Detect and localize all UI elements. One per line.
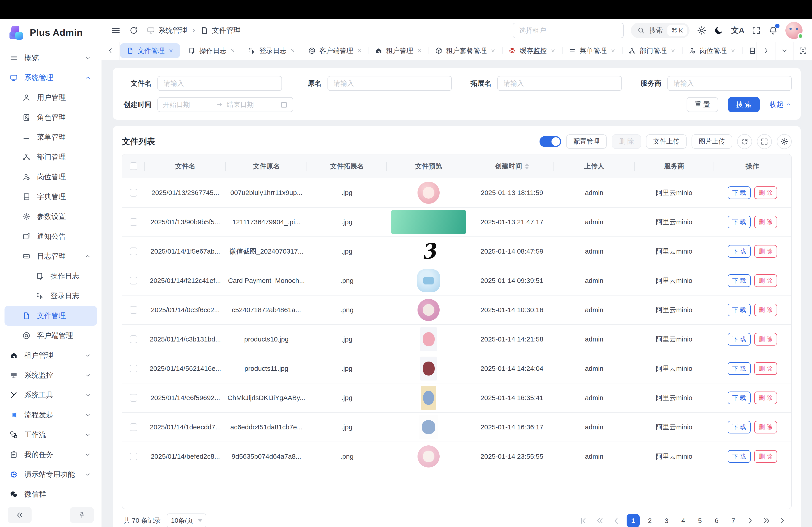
sidebar-item-7[interactable]: 字典管理 <box>4 187 97 207</box>
reset-button[interactable]: 重 置 <box>686 97 718 112</box>
sidebar-item-13[interactable]: 文件管理 <box>4 306 97 326</box>
row-checkbox[interactable] <box>130 306 137 314</box>
dark-mode-moon-icon[interactable] <box>714 26 724 35</box>
tenant-select-input[interactable] <box>513 23 624 38</box>
refresh-icon[interactable] <box>129 26 139 35</box>
column-header-preview[interactable]: 文件预览 <box>387 154 470 178</box>
pagination-last-button[interactable] <box>777 515 790 526</box>
sidebar-item-1[interactable]: 系统管理 <box>4 68 97 88</box>
delete-button[interactable]: 删 除 <box>754 362 777 375</box>
sidebar-collapse-button[interactable] <box>8 507 32 523</box>
file-preview-calligraphy-number-3[interactable]: 3 <box>416 239 441 263</box>
row-checkbox[interactable] <box>130 247 137 255</box>
tab-close-icon[interactable] <box>357 48 362 54</box>
delete-button[interactable]: 删 除 <box>754 186 777 199</box>
pagination-next5-button[interactable] <box>760 515 773 526</box>
download-button[interactable]: 下 载 <box>728 245 751 258</box>
tab-5[interactable]: 租户套餐管理 <box>429 42 502 60</box>
file-preview-card-payment-illustration[interactable] <box>417 269 440 292</box>
file-preview-green-illustration-banner[interactable] <box>391 210 466 234</box>
sidebar-item-22[interactable]: 微信群 <box>4 484 97 503</box>
sidebar-item-12[interactable]: 登录日志 <box>4 286 97 306</box>
tab-close-icon[interactable] <box>290 48 295 54</box>
pagination-page-6[interactable]: 6 <box>710 514 723 527</box>
tab-close-icon[interactable] <box>730 48 736 54</box>
tabs-scroll-left-button[interactable] <box>102 42 120 60</box>
extension-input[interactable] <box>497 76 622 91</box>
tab-close-icon[interactable] <box>670 48 676 54</box>
delete-button[interactable]: 删 除 <box>754 245 777 258</box>
tab-4[interactable]: 租户管理 <box>368 42 429 60</box>
file-preview-duck-robot-pink-circle[interactable] <box>418 446 440 467</box>
row-checkbox[interactable] <box>130 218 137 226</box>
sort-arrows-icon[interactable] <box>525 163 529 169</box>
download-button[interactable]: 下 载 <box>728 450 751 463</box>
select-all-checkbox[interactable] <box>130 162 137 170</box>
delete-button[interactable]: 删 除 <box>754 421 777 434</box>
file-preview-dark-red-ball-product[interactable] <box>420 357 437 380</box>
sidebar-item-14[interactable]: 客户端管理 <box>4 326 97 346</box>
pagination-page-1[interactable]: 1 <box>627 514 640 527</box>
tab-8[interactable]: 部门管理 <box>622 42 682 60</box>
row-checkbox[interactable] <box>130 394 137 402</box>
delete-button[interactable]: 删 除 <box>754 216 777 228</box>
table-border-toggle[interactable] <box>539 136 561 147</box>
tab-close-icon[interactable] <box>230 48 235 54</box>
pagination-page-5[interactable]: 5 <box>693 514 707 527</box>
sidebar-item-19[interactable]: 工作流 <box>4 425 97 445</box>
user-avatar[interactable] <box>785 22 802 39</box>
notifications-bell[interactable] <box>768 26 778 35</box>
row-checkbox[interactable] <box>130 335 137 343</box>
date-range-picker[interactable]: 开始日期 结束日期 <box>157 97 293 112</box>
sidebar-item-17[interactable]: 系统工具 <box>4 385 97 405</box>
sidebar-item-11[interactable]: 操作日志 <box>4 266 97 286</box>
sidebar-item-6[interactable]: 岗位管理 <box>4 167 97 187</box>
sidebar-pin-button[interactable] <box>70 507 94 523</box>
sidebar-item-8[interactable]: 参数设置 <box>4 207 97 227</box>
download-button[interactable]: 下 载 <box>728 304 751 316</box>
sidebar-item-3[interactable]: 角色管理 <box>4 107 97 127</box>
delete-button[interactable]: 删 除 <box>754 392 777 404</box>
hamburger-menu-icon[interactable] <box>111 26 121 35</box>
download-button[interactable]: 下 载 <box>728 186 751 199</box>
page-size-select[interactable]: 10条/页 <box>167 513 206 527</box>
column-header-provider[interactable]: 服务商 <box>635 154 714 178</box>
download-button[interactable]: 下 载 <box>728 216 751 228</box>
config-manage-button[interactable]: 配置管理 <box>566 134 607 149</box>
sidebar-item-20[interactable]: 我的任务 <box>4 445 97 465</box>
brand-logo-row[interactable]: Plus Admin <box>0 19 102 46</box>
tab-close-icon[interactable] <box>168 48 174 54</box>
table-settings-button[interactable] <box>777 134 792 149</box>
delete-button[interactable]: 删 除 <box>754 274 777 287</box>
table-fullscreen-button[interactable] <box>757 134 772 149</box>
file-upload-button[interactable]: 文件上传 <box>646 134 686 149</box>
original-name-input[interactable] <box>328 76 452 91</box>
tab-7[interactable]: 菜单管理 <box>562 42 622 60</box>
pagination-page-4[interactable]: 4 <box>677 514 690 527</box>
tab-9[interactable]: 岗位管理 <box>682 42 742 60</box>
sidebar-item-5[interactable]: 部门管理 <box>4 147 97 167</box>
row-checkbox[interactable] <box>130 423 137 431</box>
pagination-next-button[interactable] <box>743 515 756 526</box>
sidebar-item-18[interactable]: 流程发起 <box>4 405 97 425</box>
tabs-maximize-button[interactable] <box>794 42 812 60</box>
column-header-uploader[interactable]: 上传人 <box>553 154 635 178</box>
delete-button[interactable]: 删 除 <box>754 333 777 346</box>
sidebar-item-2[interactable]: 用户管理 <box>4 88 97 107</box>
image-upload-button[interactable]: 图片上传 <box>692 134 732 149</box>
global-search-button[interactable]: 搜索 ⌘ K <box>631 23 690 38</box>
download-button[interactable]: 下 载 <box>728 333 751 346</box>
row-checkbox[interactable] <box>130 365 137 372</box>
tabs-dropdown-button[interactable] <box>775 42 794 60</box>
tab-2[interactable]: 登录日志 <box>242 42 302 60</box>
column-header-filename[interactable]: 文件名 <box>145 154 226 178</box>
sidebar-item-4[interactable]: 菜单管理 <box>4 127 97 147</box>
file-preview-stitch-cartoon-beige[interactable] <box>421 386 436 410</box>
pagination-prev5-button[interactable] <box>593 515 606 526</box>
download-button[interactable]: 下 载 <box>728 362 751 375</box>
row-checkbox[interactable] <box>130 453 137 460</box>
delete-button[interactable]: 删 除 <box>754 450 777 463</box>
column-header-extension[interactable]: 文件拓展名 <box>307 154 387 178</box>
tab-0[interactable]: 文件管理 <box>120 43 180 58</box>
pagination-first-button[interactable] <box>577 515 590 526</box>
